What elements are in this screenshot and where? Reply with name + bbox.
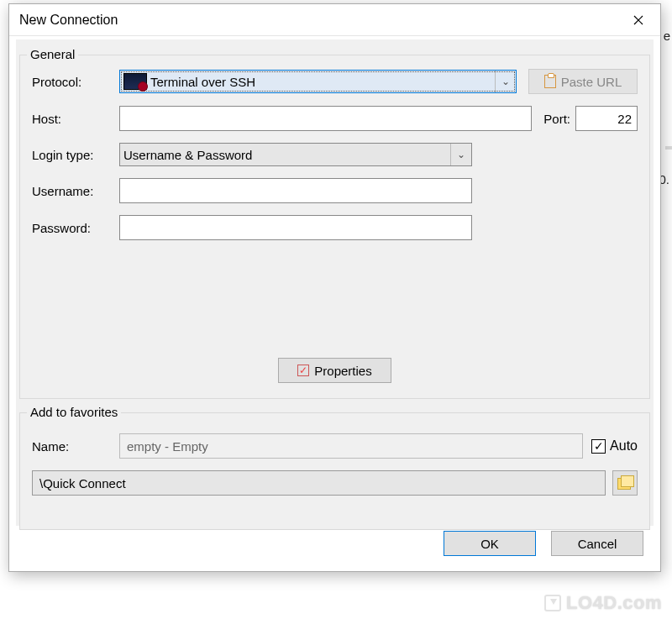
favorites-group: Add to favorites Name: ✓ Auto bbox=[19, 412, 650, 530]
login-type-label: Login type: bbox=[32, 148, 119, 162]
general-legend: General bbox=[27, 47, 78, 61]
chevron-down-icon: ⌄ bbox=[450, 144, 470, 165]
dialog-client-area: General Protocol: Terminal over SSH ⌄ Pa… bbox=[16, 39, 654, 564]
protocol-row: Protocol: Terminal over SSH ⌄ Paste URL bbox=[32, 69, 638, 94]
watermark: LO4D.com bbox=[544, 592, 662, 614]
chevron-down-icon: ⌄ bbox=[495, 71, 515, 92]
favorite-path-row bbox=[32, 470, 638, 496]
protocol-select[interactable]: Terminal over SSH ⌄ bbox=[119, 70, 517, 93]
favorites-legend: Add to favorites bbox=[27, 405, 121, 419]
login-type-value: Username & Password bbox=[123, 148, 252, 162]
watermark-text: LO4D.com bbox=[566, 592, 662, 614]
favorite-name-input[interactable] bbox=[119, 433, 583, 459]
cancel-button[interactable]: Cancel bbox=[551, 531, 643, 556]
ok-button[interactable]: OK bbox=[444, 531, 536, 556]
favorite-path-input[interactable] bbox=[32, 470, 606, 496]
auto-checkbox[interactable]: ✓ Auto bbox=[591, 438, 638, 454]
port-input[interactable] bbox=[575, 106, 638, 131]
username-row: Username: bbox=[32, 178, 638, 203]
host-row: Host: Port: bbox=[32, 106, 638, 131]
new-connection-dialog: New Connection General Protocol: Termina… bbox=[8, 3, 661, 572]
browse-folder-button[interactable] bbox=[612, 470, 638, 496]
dialog-title: New Connection bbox=[19, 13, 620, 28]
clipboard-icon bbox=[544, 75, 556, 88]
ok-label: OK bbox=[480, 537, 499, 551]
protocol-label: Protocol: bbox=[32, 75, 119, 89]
username-input[interactable] bbox=[119, 178, 472, 203]
checkbox-icon: ✓ bbox=[591, 439, 606, 454]
dialog-button-row: OK Cancel bbox=[444, 531, 643, 556]
close-button[interactable] bbox=[620, 8, 657, 33]
general-group: General Protocol: Terminal over SSH ⌄ Pa… bbox=[19, 55, 650, 399]
title-bar[interactable]: New Connection bbox=[9, 4, 660, 36]
port-label: Port: bbox=[543, 112, 570, 126]
auto-label: Auto bbox=[610, 438, 638, 454]
check-icon: ✓ bbox=[297, 365, 309, 376]
protocol-value: Terminal over SSH bbox=[150, 75, 255, 89]
favorite-name-row: Name: ✓ Auto bbox=[32, 433, 638, 459]
terminal-icon bbox=[123, 73, 147, 90]
login-type-select[interactable]: Username & Password ⌄ bbox=[119, 143, 472, 166]
favorite-name-label: Name: bbox=[32, 439, 119, 454]
folder-icon bbox=[617, 476, 633, 490]
host-label: Host: bbox=[32, 112, 119, 126]
download-icon bbox=[544, 595, 561, 611]
close-icon bbox=[633, 15, 643, 25]
password-row: Password: bbox=[32, 215, 638, 240]
properties-label: Properties bbox=[314, 364, 371, 378]
paste-url-label: Paste URL bbox=[561, 75, 622, 89]
properties-button[interactable]: ✓ Properties bbox=[278, 358, 391, 383]
login-type-row: Login type: Username & Password ⌄ bbox=[32, 143, 638, 166]
username-label: Username: bbox=[32, 184, 119, 198]
host-input[interactable] bbox=[119, 106, 532, 131]
paste-url-button[interactable]: Paste URL bbox=[528, 69, 638, 94]
cancel-label: Cancel bbox=[578, 537, 617, 551]
password-label: Password: bbox=[32, 221, 119, 235]
password-input[interactable] bbox=[119, 215, 472, 240]
